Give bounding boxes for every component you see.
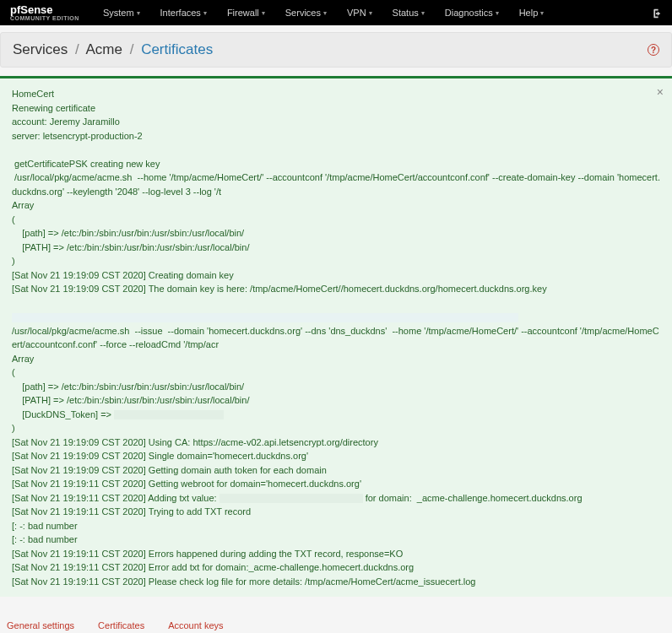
- redacted-bar: [12, 313, 518, 322]
- nav-items: System▾ Interfaces▾ Firewall▾ Services▾ …: [95, 0, 650, 25]
- nav-diagnostics[interactable]: Diagnostics▾: [436, 0, 507, 25]
- logout-icon[interactable]: [650, 6, 662, 19]
- breadcrumb: Services / Acme / Certificates ?: [0, 32, 672, 68]
- redacted-token: [114, 410, 224, 419]
- log-redacted-cmd: /usr/local/pkg/acme/acme.sh --issue --do…: [12, 310, 660, 352]
- close-icon[interactable]: ×: [657, 84, 664, 101]
- brand-logo: pfSense COMMUNITY EDITION: [10, 4, 79, 21]
- nav-firewall[interactable]: Firewall▾: [219, 0, 274, 25]
- nav-interfaces[interactable]: Interfaces▾: [152, 0, 215, 25]
- tab-account-keys[interactable]: Account keys: [166, 615, 225, 633]
- nav-status[interactable]: Status▾: [384, 0, 433, 25]
- breadcrumb-acme[interactable]: Acme: [85, 41, 122, 57]
- breadcrumb-certificates[interactable]: Certificates: [141, 41, 213, 57]
- redacted-txt: [219, 494, 363, 503]
- brand-name: pfSense: [10, 4, 79, 15]
- log-block-1: HomeCert Renewing certificate account: J…: [12, 87, 660, 310]
- log-block-2: Array ( [path] => /etc:/bin:/sbin:/usr/b…: [12, 352, 660, 589]
- brand-edition: COMMUNITY EDITION: [10, 15, 79, 21]
- nav-system[interactable]: System▾: [95, 0, 149, 25]
- breadcrumb-sep: /: [75, 41, 79, 57]
- nav-vpn[interactable]: VPN▾: [339, 0, 381, 25]
- nav-help[interactable]: Help▾: [511, 0, 553, 25]
- top-navbar: pfSense COMMUNITY EDITION System▾ Interf…: [0, 0, 672, 25]
- nav-services[interactable]: Services▾: [277, 0, 335, 25]
- tab-general-settings[interactable]: General settings: [5, 615, 76, 633]
- breadcrumb-services[interactable]: Services: [13, 41, 68, 57]
- tab-bar: General settings Certificates Account ke…: [0, 615, 672, 633]
- alert-log-panel: × HomeCert Renewing certificate account:…: [0, 76, 672, 597]
- tab-certificates[interactable]: Certificates: [96, 615, 146, 633]
- help-icon[interactable]: ?: [648, 44, 659, 56]
- breadcrumb-sep: /: [130, 41, 134, 57]
